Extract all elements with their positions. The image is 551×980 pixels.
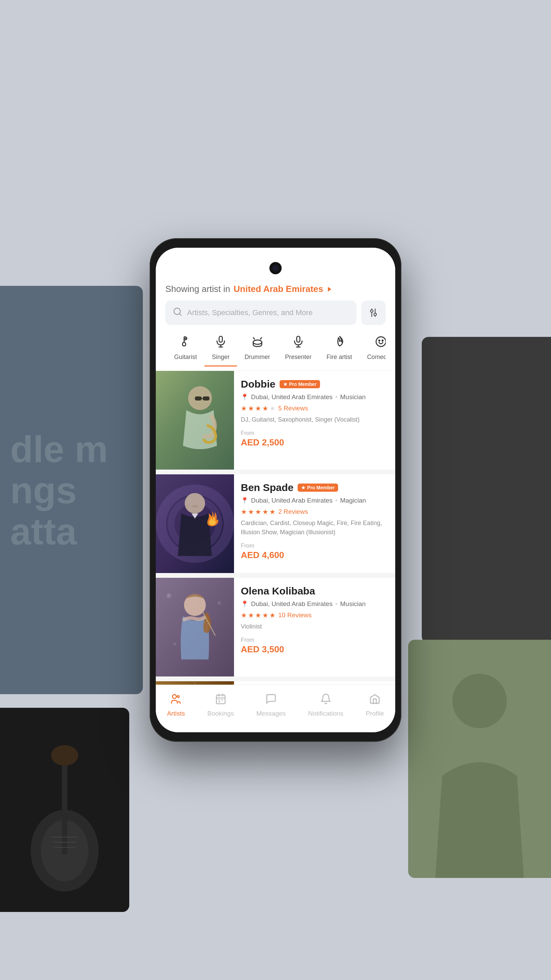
- bg-left-text: dle m ngs atta: [10, 428, 143, 552]
- tilda-image: [156, 681, 234, 685]
- olena-rating: ★ ★ ★ ★ ★ 10 Reviews: [241, 611, 388, 619]
- dobbie-stars: ★ ★ ★ ★ ★: [241, 404, 275, 412]
- location-row: Showing artist in United Arab Emirates: [165, 284, 386, 294]
- olena-name: Olena Kolibaba: [241, 585, 315, 597]
- svg-point-9: [453, 674, 507, 728]
- benspade-tags: Cardician, Cardist, Closeup Magic, Fire,…: [241, 519, 388, 537]
- guitarist-label: Guitarist: [174, 353, 197, 361]
- benspade-location: 📍 Dubai, United Arab Emirates • Magician: [241, 497, 388, 504]
- benspade-name-row: Ben Spade Pro Member: [241, 482, 388, 493]
- notifications-nav-label: Notifications: [308, 710, 343, 717]
- dobbie-price-section: From AED 2,500: [241, 430, 388, 448]
- location-pin-icon: 📍: [241, 393, 248, 401]
- location-dropdown-arrow[interactable]: [328, 287, 331, 292]
- svg-point-40: [185, 493, 205, 514]
- app-content: Showing artist in United Arab Emirates A…: [156, 248, 395, 732]
- artists-list: Dobbie Pro Member 📍 Dubai, United Arab E…: [156, 371, 395, 685]
- bg-right-panel: [422, 337, 551, 643]
- artist-card-olena[interactable]: ❄ ❄ ❄ Olena Kolibaba 📍 Dubai, United Ara…: [156, 578, 395, 676]
- benspade-pro-badge: Pro Member: [298, 484, 338, 492]
- olena-reviews[interactable]: 10 Reviews: [278, 611, 311, 619]
- category-comedian[interactable]: Comedian: [359, 332, 386, 366]
- camera-notch: [269, 262, 282, 274]
- search-row: Artists, Specialties, Genres, and More: [165, 301, 386, 325]
- svg-point-53: [172, 695, 176, 698]
- search-bar[interactable]: Artists, Specialties, Genres, and More: [165, 301, 356, 325]
- dobbie-price: AED 2,500: [241, 437, 388, 448]
- benspade-name: Ben Spade: [241, 482, 294, 493]
- dobbie-tags: DJ, Guitarist, Saxophonist, Singer (Voca…: [241, 415, 388, 424]
- bg-right-person: [408, 640, 551, 878]
- olena-stars: ★ ★ ★ ★ ★: [241, 611, 275, 619]
- benspade-price-section: From AED 4,600: [241, 542, 388, 560]
- presenter-label: Presenter: [285, 353, 311, 361]
- svg-rect-33: [195, 396, 202, 401]
- svg-rect-25: [297, 336, 300, 342]
- dobbie-rating: ★ ★ ★ ★ ★ 5 Reviews: [241, 404, 388, 412]
- category-drummer[interactable]: Drummer: [237, 332, 278, 366]
- dobbie-info: Dobbie Pro Member 📍 Dubai, United Arab E…: [234, 371, 395, 469]
- messages-icon: [265, 693, 277, 707]
- bookings-nav-label: Bookings: [208, 710, 234, 717]
- nav-bookings[interactable]: Bookings: [208, 693, 234, 717]
- svg-rect-3: [62, 759, 67, 854]
- bg-guitar-image: [0, 708, 129, 912]
- search-placeholder: Artists, Specialties, Genres, and More: [187, 308, 313, 317]
- svg-point-28: [376, 337, 386, 347]
- svg-line-11: [179, 313, 181, 315]
- location-pin-icon-3: 📍: [241, 600, 248, 608]
- nav-messages[interactable]: Messages: [256, 693, 286, 717]
- search-icon: [173, 307, 182, 319]
- dobbie-name-row: Dobbie Pro Member: [241, 379, 388, 390]
- svg-text:❄: ❄: [217, 600, 221, 606]
- messages-nav-label: Messages: [256, 710, 286, 717]
- olena-image: ❄ ❄ ❄: [156, 578, 234, 676]
- svg-rect-55: [216, 695, 225, 704]
- camera-lens: [272, 265, 279, 271]
- phone-screen: Showing artist in United Arab Emirates A…: [156, 248, 395, 732]
- comedian-label: Comedian: [367, 353, 386, 361]
- benspade-reviews[interactable]: 2 Reviews: [278, 508, 308, 515]
- benspade-rating: ★ ★ ★ ★ ★ 2 Reviews: [241, 508, 388, 516]
- nav-profile[interactable]: Profile: [366, 693, 384, 717]
- bookings-icon: [215, 693, 227, 707]
- notifications-icon: [320, 693, 332, 707]
- location-prefix: Showing artist in: [165, 284, 230, 294]
- category-guitarist[interactable]: Guitarist: [167, 332, 205, 366]
- svg-text:❄: ❄: [173, 641, 177, 647]
- benspade-image: [156, 474, 234, 573]
- category-presenter[interactable]: Presenter: [278, 332, 319, 366]
- category-tabs: Guitarist Singer: [165, 332, 386, 366]
- artists-icon: [170, 693, 182, 707]
- dobbie-location: 📍 Dubai, United Arab Emirates • Musician: [241, 393, 388, 401]
- nav-artists[interactable]: Artists: [167, 693, 185, 717]
- artist-card-dobbie[interactable]: Dobbie Pro Member 📍 Dubai, United Arab E…: [156, 371, 395, 469]
- bottom-navigation: Artists Bookings: [156, 685, 395, 732]
- svg-rect-19: [219, 336, 222, 342]
- olena-tags: Violinist: [241, 622, 388, 631]
- location-name[interactable]: United Arab Emirates: [233, 284, 323, 294]
- svg-point-22: [253, 340, 262, 344]
- profile-icon: [369, 693, 381, 707]
- artist-card-benspade[interactable]: Ben Spade Pro Member 📍 Dubai, United Ara…: [156, 474, 395, 573]
- olena-price-section: From AED 3,500: [241, 637, 388, 655]
- fire-artist-label: Fire artist: [327, 353, 352, 361]
- olena-name-row: Olena Kolibaba: [241, 585, 388, 597]
- drummer-icon: [251, 335, 264, 351]
- olena-location: 📍 Dubai, United Arab Emirates • Musician: [241, 600, 388, 608]
- dobbie-reviews[interactable]: 5 Reviews: [278, 404, 308, 412]
- nav-notifications[interactable]: Notifications: [308, 693, 343, 717]
- bg-left-panel: dle m ngs atta: [0, 286, 143, 694]
- profile-nav-label: Profile: [366, 710, 384, 717]
- olena-price: AED 3,500: [241, 644, 388, 655]
- svg-text:❄: ❄: [166, 592, 172, 600]
- app-header: Showing artist in United Arab Emirates A…: [156, 278, 395, 371]
- dobbie-image: [156, 371, 234, 469]
- olena-info: Olena Kolibaba 📍 Dubai, United Arab Emir…: [234, 578, 395, 676]
- artists-nav-label: Artists: [167, 710, 185, 717]
- category-singer[interactable]: Singer: [205, 332, 237, 366]
- filter-button[interactable]: [361, 301, 386, 325]
- category-fire-artist[interactable]: Fire artist: [319, 332, 359, 366]
- artist-card-tilda[interactable]: Tilda Massol 📍 Dubai, United Arab Emirat…: [156, 681, 395, 685]
- svg-point-29: [379, 340, 380, 341]
